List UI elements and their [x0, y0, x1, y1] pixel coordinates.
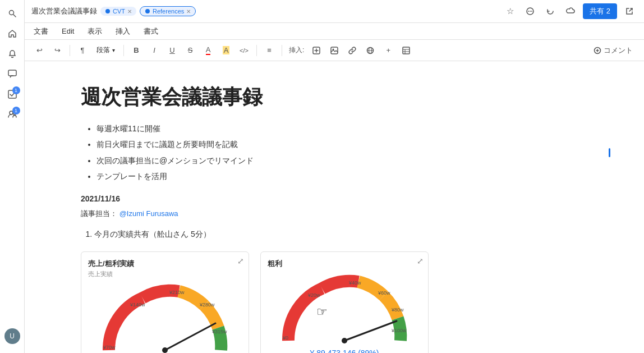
menu-hyoji[interactable]: 表示: [85, 25, 104, 38]
svg-text:¥60w: ¥60w: [378, 290, 390, 296]
people-badge: 1: [12, 107, 20, 114]
star-icon[interactable]: ☆: [502, 3, 518, 19]
gauge-card-left: ⤢ 売上/粗利実績 売上実績: [81, 251, 249, 353]
svg-text:¥20w: ¥20w: [307, 292, 320, 298]
menu-shoshiki[interactable]: 書式: [141, 25, 160, 38]
redo-button[interactable]: ↪: [49, 43, 65, 58]
svg-point-10: [530, 11, 531, 12]
toolbar: ↩ ↪ ¶ 段落 ▾ B I U S A A </> ≡ 挿入:: [25, 40, 644, 61]
list-item: 毎週水曜11に開催: [96, 122, 588, 135]
topbar-tabs: 週次営業会議議事録 CVT ✕ References ✕: [31, 6, 498, 16]
svg-point-9: [528, 11, 529, 12]
insert-table[interactable]: [398, 43, 414, 58]
gauge-value-right: ¥ 89,473,146 (89%): [268, 349, 421, 353]
svg-line-1: [13, 15, 16, 17]
svg-line-24: [165, 323, 215, 350]
svg-text:¥40w: ¥40w: [348, 280, 361, 286]
person-mention[interactable]: @Izumi Furusawa: [119, 209, 178, 218]
gauge-subtitle-left: 売上実績: [88, 270, 242, 278]
cloud-icon[interactable]: [563, 3, 578, 19]
svg-point-7: [145, 9, 150, 13]
comment-button[interactable]: コメント: [589, 43, 637, 58]
document-title: 週次営業会議議事録: [81, 84, 588, 111]
paragraph-icon: ¶: [75, 43, 90, 58]
strikethrough-button[interactable]: S: [182, 43, 198, 58]
svg-line-31: [344, 321, 397, 341]
svg-point-6: [105, 9, 110, 13]
expand-icon-right[interactable]: ⤢: [417, 256, 424, 265]
svg-point-0: [9, 11, 13, 15]
svg-point-25: [162, 347, 168, 353]
gauge-svg-left: ¥70w ¥140w ¥210w ¥280w ¥315w: [88, 283, 242, 353]
svg-rect-14: [331, 47, 338, 54]
task-icon[interactable]: 1: [3, 85, 21, 103]
svg-text:¥100w: ¥100w: [391, 328, 407, 333]
list-item: テンプレートを活用: [96, 170, 588, 182]
doc-title: 週次営業会議議事録: [31, 6, 97, 16]
margin-marker: [609, 148, 610, 157]
svg-rect-19: [403, 47, 410, 54]
share-button[interactable]: 共有 2: [583, 3, 617, 19]
list-item: 次回の議事担当に@メンションでリマインド: [96, 154, 588, 167]
main-area: 週次営業会議議事録 CVT ✕ References ✕ ☆: [25, 0, 644, 353]
undo-button[interactable]: ↩: [31, 43, 47, 58]
search-icon[interactable]: [3, 4, 21, 22]
expand-icon-left[interactable]: ⤢: [237, 256, 244, 265]
svg-text:¥80w: ¥80w: [391, 307, 404, 313]
bell-icon[interactable]: [3, 45, 21, 63]
chat-bubble-icon[interactable]: [522, 3, 538, 19]
list-item: 前日火曜日までに議題と所要時間を記載: [96, 138, 588, 150]
task-badge: 1: [12, 86, 20, 94]
doc-area: 週次営業会議議事録 毎週水曜11に開催 前日火曜日までに議題と所要時間を記載 次…: [25, 61, 644, 353]
gauge-cards: ⤢ 売上/粗利実績 売上実績: [81, 251, 588, 353]
tab-references[interactable]: References ✕: [140, 6, 196, 16]
svg-point-11: [531, 11, 532, 12]
bullet-list: 毎週水曜11に開催 前日火曜日までに議題と所要時間を記載 次回の議事担当に@メン…: [96, 122, 588, 183]
open-external-icon[interactable]: [622, 3, 637, 19]
insert-web[interactable]: [362, 43, 378, 58]
tab-cvt[interactable]: CVT ✕: [100, 7, 136, 16]
svg-text:¥210w: ¥210w: [169, 290, 185, 295]
home-icon[interactable]: [3, 25, 21, 43]
numbered-item: 今月の実績共有（舩山さん 5分）: [94, 228, 588, 240]
highlight-button[interactable]: A: [218, 43, 234, 58]
svg-text:¥70w: ¥70w: [103, 345, 116, 350]
svg-rect-2: [8, 70, 16, 76]
menu-edit[interactable]: Edit: [59, 26, 76, 36]
gauge-title-left: 売上/粗利実績: [88, 259, 242, 269]
menu-sonyuu[interactable]: 挿入: [113, 25, 132, 38]
text-color-button[interactable]: A: [200, 43, 216, 58]
chat-icon[interactable]: [3, 65, 21, 83]
svg-text:¥315w: ¥315w: [211, 329, 227, 334]
gauge-title-right: 粗利: [268, 259, 421, 269]
people-icon[interactable]: 1: [3, 106, 21, 123]
sidebar: 1 1 U: [0, 0, 25, 353]
paragraph-select[interactable]: 段落 ▾: [93, 44, 119, 57]
svg-point-32: [342, 338, 347, 343]
topbar-actions: ☆ 共有 2: [502, 3, 637, 19]
align-button[interactable]: ≡: [261, 43, 277, 58]
rotate-icon[interactable]: [542, 3, 558, 19]
divider-2: [123, 45, 124, 56]
divider-1: [70, 45, 70, 56]
menu-bunsho[interactable]: 文書: [31, 25, 50, 38]
insert-image[interactable]: [326, 43, 342, 58]
insert-link[interactable]: [344, 43, 360, 58]
divider-3: [256, 45, 257, 56]
menubar: 文書 Edit 表示 挿入 書式: [25, 23, 644, 40]
svg-text:¥0: ¥0: [282, 335, 288, 341]
underline-button[interactable]: U: [164, 43, 180, 58]
svg-text:¥280w: ¥280w: [199, 302, 215, 308]
bold-button[interactable]: B: [128, 43, 144, 58]
italic-button[interactable]: I: [146, 43, 162, 58]
gauge-card-right: ⤢ 粗利 ¥0 ¥: [260, 251, 429, 353]
insert-plus[interactable]: +: [380, 43, 396, 58]
divider-4: [282, 45, 282, 56]
avatar[interactable]: U: [4, 328, 20, 344]
date-heading: 2021/11/16: [81, 194, 588, 203]
svg-text:¥140w: ¥140w: [130, 302, 145, 308]
code-button[interactable]: </>: [236, 43, 252, 58]
insert-1[interactable]: [309, 43, 324, 58]
numbered-list: 今月の実績共有（舩山さん 5分）: [94, 228, 588, 240]
person-line: 議事担当： @Izumi Furusawa: [81, 209, 588, 219]
